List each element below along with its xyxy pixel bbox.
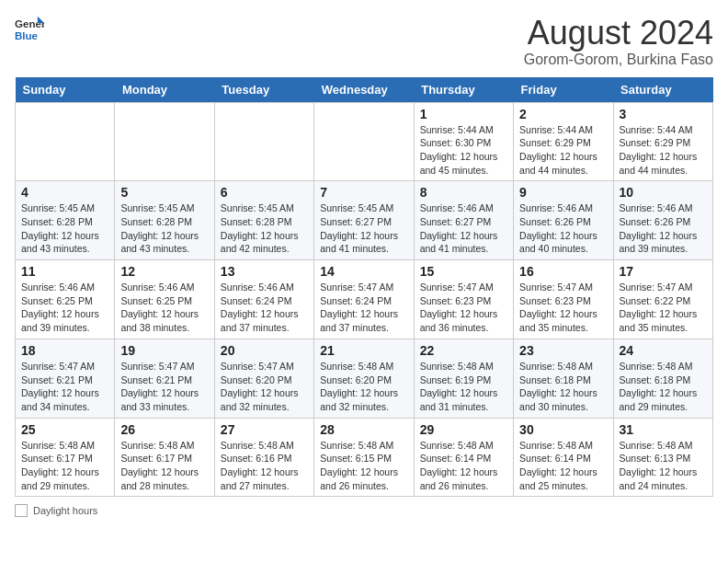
day-info: Sunrise: 5:47 AMSunset: 6:24 PMDaylight:… xyxy=(320,281,407,335)
day-number: 9 xyxy=(519,185,607,200)
day-info: Sunrise: 5:48 AMSunset: 6:14 PMDaylight:… xyxy=(519,439,607,493)
calendar-cell: 3Sunrise: 5:44 AMSunset: 6:29 PMDaylight… xyxy=(613,102,712,181)
subtitle: Gorom-Gorom, Burkina Faso xyxy=(524,52,713,68)
day-header-wednesday: Wednesday xyxy=(314,77,414,103)
day-header-friday: Friday xyxy=(514,77,613,103)
day-info: Sunrise: 5:47 AMSunset: 6:20 PMDaylight:… xyxy=(221,360,308,414)
day-header-tuesday: Tuesday xyxy=(214,77,313,103)
calendar-cell: 14Sunrise: 5:47 AMSunset: 6:24 PMDayligh… xyxy=(314,260,414,339)
calendar-table: SundayMondayTuesdayWednesdayThursdayFrid… xyxy=(15,77,713,498)
day-info: Sunrise: 5:48 AMSunset: 6:20 PMDaylight:… xyxy=(320,360,407,414)
calendar-cell: 21Sunrise: 5:48 AMSunset: 6:20 PMDayligh… xyxy=(314,339,414,418)
calendar-cell: 12Sunrise: 5:46 AMSunset: 6:25 PMDayligh… xyxy=(115,260,214,339)
calendar-cell: 22Sunrise: 5:48 AMSunset: 6:19 PMDayligh… xyxy=(414,339,513,418)
calendar-cell: 11Sunrise: 5:46 AMSunset: 6:25 PMDayligh… xyxy=(16,260,115,339)
day-info: Sunrise: 5:48 AMSunset: 6:17 PMDaylight:… xyxy=(21,439,108,493)
day-number: 29 xyxy=(420,422,507,437)
daylight-label: Daylight hours xyxy=(33,505,97,516)
header: General Blue August 2024 Gorom-Gorom, Bu… xyxy=(15,15,713,68)
day-info: Sunrise: 5:45 AMSunset: 6:28 PMDaylight:… xyxy=(221,201,308,256)
logo-icon: General Blue xyxy=(15,15,44,44)
svg-text:Blue: Blue xyxy=(15,30,39,41)
calendar-cell: 31Sunrise: 5:48 AMSunset: 6:13 PMDayligh… xyxy=(613,418,712,497)
day-info: Sunrise: 5:44 AMSunset: 6:29 PMDaylight:… xyxy=(620,123,707,178)
title-section: August 2024 Gorom-Gorom, Burkina Faso xyxy=(524,15,713,68)
day-number: 24 xyxy=(620,343,707,358)
week-row-2: 11Sunrise: 5:46 AMSunset: 6:25 PMDayligh… xyxy=(16,260,713,339)
day-info: Sunrise: 5:48 AMSunset: 6:15 PMDaylight:… xyxy=(320,439,407,493)
day-number: 22 xyxy=(420,343,507,358)
logo: General Blue xyxy=(15,15,44,44)
day-number: 2 xyxy=(519,107,607,121)
day-number: 28 xyxy=(320,422,407,437)
day-info: Sunrise: 5:48 AMSunset: 6:14 PMDaylight:… xyxy=(420,439,507,493)
day-number: 25 xyxy=(21,422,108,437)
calendar-cell: 27Sunrise: 5:48 AMSunset: 6:16 PMDayligh… xyxy=(214,418,313,497)
day-number: 3 xyxy=(620,107,707,121)
calendar-cell: 18Sunrise: 5:47 AMSunset: 6:21 PMDayligh… xyxy=(16,339,115,418)
day-info: Sunrise: 5:46 AMSunset: 6:26 PMDaylight:… xyxy=(519,201,607,256)
day-number: 14 xyxy=(320,264,407,279)
day-info: Sunrise: 5:46 AMSunset: 6:25 PMDaylight:… xyxy=(120,281,208,335)
calendar-cell: 7Sunrise: 5:45 AMSunset: 6:27 PMDaylight… xyxy=(314,181,414,260)
day-info: Sunrise: 5:45 AMSunset: 6:28 PMDaylight:… xyxy=(120,201,208,256)
daylight-box xyxy=(15,504,28,517)
calendar-cell: 25Sunrise: 5:48 AMSunset: 6:17 PMDayligh… xyxy=(16,418,115,497)
day-number: 13 xyxy=(221,264,308,279)
day-number: 30 xyxy=(519,422,607,437)
day-header-thursday: Thursday xyxy=(414,77,513,103)
day-number: 18 xyxy=(21,343,108,358)
day-info: Sunrise: 5:44 AMSunset: 6:29 PMDaylight:… xyxy=(519,123,607,178)
calendar-cell: 13Sunrise: 5:46 AMSunset: 6:24 PMDayligh… xyxy=(214,260,313,339)
day-info: Sunrise: 5:47 AMSunset: 6:21 PMDaylight:… xyxy=(21,360,108,414)
day-number: 19 xyxy=(120,343,208,358)
day-info: Sunrise: 5:48 AMSunset: 6:18 PMDaylight:… xyxy=(620,360,707,414)
calendar-cell: 19Sunrise: 5:47 AMSunset: 6:21 PMDayligh… xyxy=(115,339,214,418)
day-number: 31 xyxy=(620,422,707,437)
day-number: 6 xyxy=(221,185,308,200)
day-number: 10 xyxy=(620,185,707,200)
day-number: 23 xyxy=(519,343,607,358)
calendar-cell: 28Sunrise: 5:48 AMSunset: 6:15 PMDayligh… xyxy=(314,418,414,497)
week-row-0: 1Sunrise: 5:44 AMSunset: 6:30 PMDaylight… xyxy=(16,102,713,181)
calendar-cell: 6Sunrise: 5:45 AMSunset: 6:28 PMDaylight… xyxy=(214,181,313,260)
day-info: Sunrise: 5:48 AMSunset: 6:17 PMDaylight:… xyxy=(120,439,208,493)
day-info: Sunrise: 5:47 AMSunset: 6:22 PMDaylight:… xyxy=(620,281,707,335)
calendar-cell: 17Sunrise: 5:47 AMSunset: 6:22 PMDayligh… xyxy=(613,260,712,339)
day-number: 7 xyxy=(320,185,407,200)
day-number: 17 xyxy=(620,264,707,279)
day-number: 27 xyxy=(221,422,308,437)
day-number: 4 xyxy=(21,185,108,200)
day-info: Sunrise: 5:46 AMSunset: 6:25 PMDaylight:… xyxy=(21,281,108,335)
day-number: 26 xyxy=(120,422,208,437)
day-info: Sunrise: 5:45 AMSunset: 6:27 PMDaylight:… xyxy=(320,201,407,256)
day-header-saturday: Saturday xyxy=(613,77,712,103)
calendar-cell: 8Sunrise: 5:46 AMSunset: 6:27 PMDaylight… xyxy=(414,181,513,260)
calendar-cell: 30Sunrise: 5:48 AMSunset: 6:14 PMDayligh… xyxy=(514,418,613,497)
calendar-cell xyxy=(214,102,313,181)
day-info: Sunrise: 5:46 AMSunset: 6:27 PMDaylight:… xyxy=(420,201,507,256)
day-number: 16 xyxy=(519,264,607,279)
day-number: 5 xyxy=(120,185,208,200)
calendar-cell xyxy=(314,102,414,181)
day-number: 11 xyxy=(21,264,108,279)
calendar-cell: 16Sunrise: 5:47 AMSunset: 6:23 PMDayligh… xyxy=(514,260,613,339)
calendar-cell: 20Sunrise: 5:47 AMSunset: 6:20 PMDayligh… xyxy=(214,339,313,418)
calendar-cell: 26Sunrise: 5:48 AMSunset: 6:17 PMDayligh… xyxy=(115,418,214,497)
week-row-4: 25Sunrise: 5:48 AMSunset: 6:17 PMDayligh… xyxy=(16,418,713,497)
calendar-cell: 4Sunrise: 5:45 AMSunset: 6:28 PMDaylight… xyxy=(16,181,115,260)
day-header-monday: Monday xyxy=(115,77,214,103)
day-info: Sunrise: 5:46 AMSunset: 6:24 PMDaylight:… xyxy=(221,281,308,335)
calendar-cell: 9Sunrise: 5:46 AMSunset: 6:26 PMDaylight… xyxy=(514,181,613,260)
calendar-cell: 29Sunrise: 5:48 AMSunset: 6:14 PMDayligh… xyxy=(414,418,513,497)
header-row: SundayMondayTuesdayWednesdayThursdayFrid… xyxy=(16,77,713,103)
day-number: 21 xyxy=(320,343,407,358)
day-info: Sunrise: 5:48 AMSunset: 6:16 PMDaylight:… xyxy=(221,439,308,493)
day-info: Sunrise: 5:47 AMSunset: 6:23 PMDaylight:… xyxy=(519,281,607,335)
day-info: Sunrise: 5:45 AMSunset: 6:28 PMDaylight:… xyxy=(21,201,108,256)
calendar-cell: 5Sunrise: 5:45 AMSunset: 6:28 PMDaylight… xyxy=(115,181,214,260)
day-number: 8 xyxy=(420,185,507,200)
day-info: Sunrise: 5:48 AMSunset: 6:19 PMDaylight:… xyxy=(420,360,507,414)
calendar-cell: 24Sunrise: 5:48 AMSunset: 6:18 PMDayligh… xyxy=(613,339,712,418)
week-row-1: 4Sunrise: 5:45 AMSunset: 6:28 PMDaylight… xyxy=(16,181,713,260)
